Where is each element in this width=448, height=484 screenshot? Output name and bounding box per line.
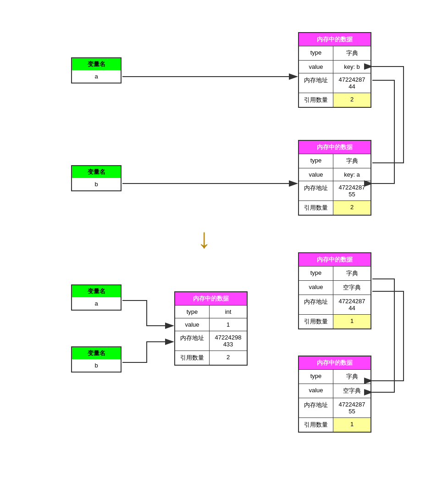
mem-a-row0-value: 字典: [333, 46, 371, 60]
down-arrow: ↓: [197, 225, 211, 252]
mem-d-title: 内存中的数据: [299, 356, 371, 369]
var-b-top: 变量名 b: [71, 165, 122, 191]
mem-b-row2-value: 4722428755: [333, 181, 371, 200]
arrows-overlay: [0, 0, 448, 484]
mem-c-bottom: 内存中的数据 type 字典 value 空字典 内存地址 4722428744…: [298, 252, 371, 329]
var-a-top: 变量名 a: [71, 57, 122, 83]
mem-c-row1-value: 空字典: [333, 281, 371, 295]
mem-a-top: 内存中的数据 type 字典 value key: b 内存地址 4722428…: [298, 32, 371, 108]
mem-d-row0-label: type: [299, 370, 333, 384]
mem-int-row0-label: type: [175, 306, 210, 318]
mem-d-row1-value: 空字典: [333, 384, 371, 398]
mem-c-row0-label: type: [299, 267, 333, 280]
mem-a-row3-label: 引用数量: [299, 93, 333, 107]
mem-d-bottom: 内存中的数据 type 字典 value 空字典 内存地址 4722428755…: [298, 356, 371, 433]
mem-int-bottom: 内存中的数据 type int value 1 内存地址 47224298433…: [174, 291, 248, 366]
var-a-top-label: 变量名: [72, 58, 121, 70]
mem-d-row2-value: 4722428755: [333, 398, 371, 417]
mem-c-row3-value: 1: [333, 315, 371, 328]
mem-b-row0-label: type: [299, 154, 333, 168]
mem-d-row1-label: value: [299, 384, 333, 398]
mem-a-row2-value: 4722428744: [333, 73, 371, 93]
mem-int-row1-label: value: [175, 318, 210, 331]
mem-b-row1-value: key: a: [333, 168, 371, 181]
mem-a-row1-value: key: b: [333, 61, 371, 73]
var-a-top-value: a: [72, 70, 121, 83]
mem-int-title: 内存中的数据: [175, 292, 247, 305]
mem-a-top-title: 内存中的数据: [299, 33, 371, 46]
mem-b-row2-label: 内存地址: [299, 181, 333, 200]
mem-c-row0-value: 字典: [333, 267, 371, 280]
mem-a-row1-label: value: [299, 61, 333, 73]
mem-c-title: 内存中的数据: [299, 253, 371, 266]
mem-d-row2-label: 内存地址: [299, 398, 333, 417]
mem-b-row0-value: 字典: [333, 154, 371, 168]
mem-c-row1-label: value: [299, 281, 333, 295]
var-b-top-label: 变量名: [72, 166, 121, 178]
mem-b-row3-value: 2: [333, 201, 371, 215]
mem-d-row0-value: 字典: [333, 370, 371, 384]
mem-a-row2-label: 内存地址: [299, 73, 333, 93]
mem-a-row3-value: 2: [333, 93, 371, 107]
mem-int-row0-value: int: [210, 306, 247, 318]
var-a-bottom: 变量名 a: [71, 284, 122, 311]
mem-d-row3-label: 引用数量: [299, 418, 333, 432]
mem-b-row3-label: 引用数量: [299, 201, 333, 215]
mem-d-row3-value: 1: [333, 418, 371, 432]
mem-c-row2-value: 4722428744: [333, 295, 371, 314]
mem-b-row1-label: value: [299, 168, 333, 181]
var-a-bottom-value: a: [72, 297, 121, 310]
mem-int-row2-value: 47224298433: [210, 331, 247, 350]
mem-c-row3-label: 引用数量: [299, 315, 333, 328]
var-b-bottom-value: b: [72, 359, 121, 372]
var-b-bottom-label: 变量名: [72, 347, 121, 359]
mem-a-row0-label: type: [299, 46, 333, 60]
mem-b-top-title: 内存中的数据: [299, 141, 371, 154]
mem-int-row3-label: 引用数量: [175, 351, 210, 365]
mem-int-row3-value: 2: [210, 351, 247, 365]
mem-int-row2-label: 内存地址: [175, 331, 210, 350]
mem-b-top: 内存中的数据 type 字典 value key: a 内存地址 4722428…: [298, 140, 371, 216]
var-b-top-value: b: [72, 178, 121, 190]
mem-c-row2-label: 内存地址: [299, 295, 333, 314]
mem-int-row1-value: 1: [210, 318, 247, 331]
var-b-bottom: 变量名 b: [71, 346, 122, 373]
var-a-bottom-label: 变量名: [72, 285, 121, 297]
